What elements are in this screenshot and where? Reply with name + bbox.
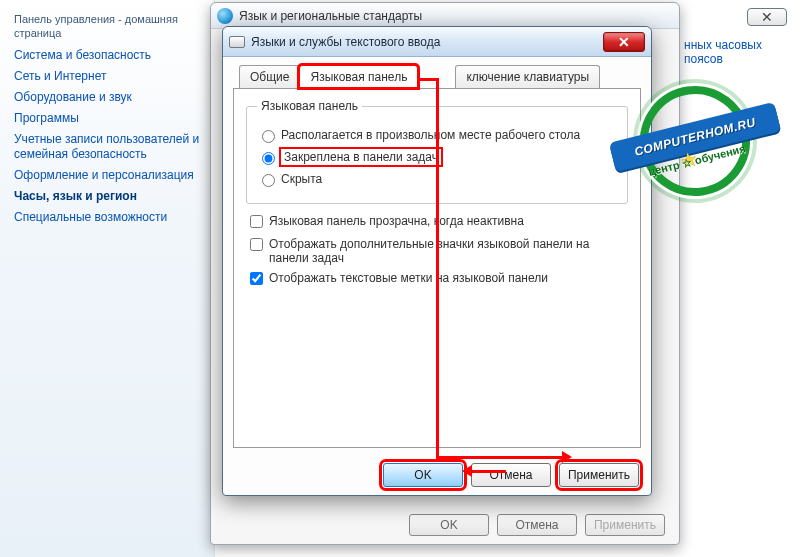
check-extra-icons-input[interactable]: [250, 238, 263, 251]
close-icon: ✕: [618, 34, 630, 50]
keyboard-icon: [229, 36, 245, 48]
tab-language-panel[interactable]: Языковая панель: [299, 65, 418, 88]
check-text-labels-label: Отображать текстовые метки на языковой п…: [269, 271, 548, 285]
check-transparent-input[interactable]: [250, 215, 263, 228]
radio-float-label: Располагается в произвольном месте рабоч…: [281, 128, 580, 142]
arrow-to-apply-head: [562, 451, 572, 463]
dialog-title: Языки и службы текстового ввода: [251, 35, 440, 49]
sidebar-item-appearance[interactable]: Оформление и персонализация: [14, 168, 200, 183]
sidebar-item-programs[interactable]: Программы: [14, 111, 200, 126]
dialog-button-row: OK Отмена Применить: [383, 463, 639, 487]
cancel-button[interactable]: Отмена: [471, 463, 551, 487]
sidebar-item-user-accounts[interactable]: Учетные записи пользователей и семейная …: [14, 132, 200, 162]
check-extra-icons-label: Отображать дополнительные значки языково…: [269, 237, 628, 265]
badge-star-icon: ★: [677, 146, 700, 174]
arrow-apply-to-ok-head: [462, 465, 472, 477]
tab-keyboard-switch[interactable]: ключение клавиатуры: [455, 65, 600, 88]
radio-docked-input[interactable]: [262, 152, 275, 165]
sidebar-item-system-security[interactable]: Система и безопасность: [14, 48, 200, 63]
sidebar-item-network[interactable]: Сеть и Интернет: [14, 69, 200, 84]
radio-hidden-input[interactable]: [262, 174, 275, 187]
check-transparent-label: Языковая панель прозрачна, когда неактив…: [269, 214, 524, 228]
group-label: Языковая панель: [257, 99, 362, 113]
sidebar-item-hardware-sound[interactable]: Оборудование и звук: [14, 90, 200, 105]
arrow-apply-to-ok: [470, 470, 506, 473]
arrow-vertical: [436, 78, 439, 456]
dialog-close-button[interactable]: ✕: [603, 32, 645, 52]
globe-icon: [217, 8, 233, 24]
parent-window-title: Язык и региональные стандарты: [239, 9, 422, 23]
parent-ok-button[interactable]: OK: [409, 514, 489, 536]
sidebar-heading: Панель управления - домашняя страница: [14, 12, 200, 40]
timezone-link-fragment[interactable]: нных часовых поясов: [684, 38, 800, 66]
arrow-horizontal-bottom: [436, 456, 564, 459]
window-close-button[interactable]: ✕: [747, 8, 787, 26]
tab-general[interactable]: Общие: [239, 65, 300, 88]
tab-strip: Общие Языковая панель ключение клавиатур…: [239, 65, 641, 88]
radio-float-input[interactable]: [262, 130, 275, 143]
control-panel-sidebar: Панель управления - домашняя страница Си…: [0, 0, 215, 557]
sidebar-item-accessibility[interactable]: Специальные возможности: [14, 210, 200, 225]
sidebar-item-clock-language-region[interactable]: Часы, язык и регион: [14, 189, 200, 204]
apply-button[interactable]: Применить: [559, 463, 639, 487]
radio-hidden-label: Скрыта: [281, 172, 322, 186]
check-text-labels-input[interactable]: [250, 272, 263, 285]
close-icon: ✕: [761, 9, 773, 25]
parent-cancel-button[interactable]: Отмена: [497, 514, 577, 536]
dialog-titlebar[interactable]: Языки и службы текстового ввода ✕: [223, 27, 651, 57]
radio-docked-label: Закреплена в панели задач: [281, 149, 441, 165]
ok-button[interactable]: OK: [383, 463, 463, 487]
parent-apply-button[interactable]: Применить: [585, 514, 665, 536]
parent-button-row: OK Отмена Применить: [409, 514, 665, 536]
